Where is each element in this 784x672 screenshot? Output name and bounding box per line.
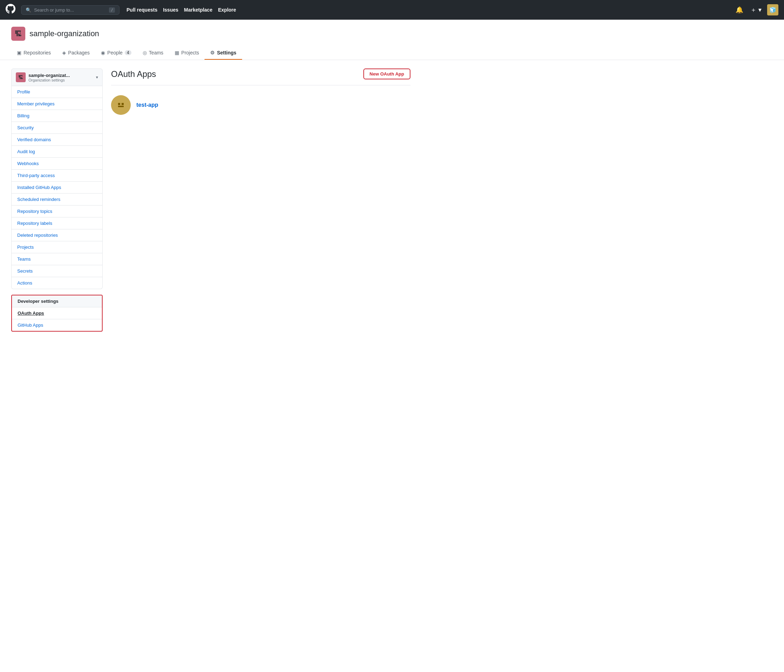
issues-link[interactable]: Issues <box>163 7 179 12</box>
tab-projects-label: Projects <box>181 50 199 56</box>
app-name-link[interactable]: test-app <box>136 102 158 108</box>
content-header: OAuth Apps New OAuth App <box>111 68 411 85</box>
org-name: sample-organization <box>30 29 99 38</box>
developer-settings-header: Developer settings <box>12 295 102 307</box>
sidebar-item-deleted-repositories[interactable]: Deleted repositories <box>12 230 102 241</box>
packages-icon: ◈ <box>62 50 66 56</box>
sidebar-item-third-party-access[interactable]: Third-party access <box>12 170 102 182</box>
sidebar-item-security[interactable]: Security <box>12 122 102 134</box>
developer-settings-section: Developer settings OAuth Apps GitHub App… <box>11 295 103 332</box>
main-layout: 🏗 sample-organizat... Organization setti… <box>0 60 422 340</box>
sidebar-nav: Profile Member privileges Billing Securi… <box>11 86 103 289</box>
app-icon <box>111 95 131 115</box>
tab-teams[interactable]: ◎ Teams <box>137 47 169 60</box>
tab-teams-label: Teams <box>149 50 163 56</box>
tab-repositories-label: Repositories <box>23 50 51 56</box>
marketplace-link[interactable]: Marketplace <box>184 7 213 12</box>
top-navigation: 🔍 Search or jump to... / Pull requests I… <box>0 0 784 20</box>
tab-people-label: People <box>107 50 123 56</box>
sidebar-org-name: sample-organizat... <box>28 73 93 78</box>
sidebar-item-actions[interactable]: Actions <box>12 277 102 289</box>
tab-projects[interactable]: ▦ Projects <box>169 47 205 60</box>
chevron-down-icon: ▾ <box>96 75 98 80</box>
search-input[interactable]: 🔍 Search or jump to... / <box>21 5 120 15</box>
sidebar-item-repository-labels[interactable]: Repository labels <box>12 217 102 230</box>
tab-packages[interactable]: ◈ Packages <box>57 47 95 60</box>
people-badge: 4 <box>125 50 131 55</box>
repositories-icon: ▣ <box>17 50 22 56</box>
sidebar-item-installed-github-apps[interactable]: Installed GitHub Apps <box>12 182 102 194</box>
sidebar-item-profile[interactable]: Profile <box>12 86 102 98</box>
settings-icon: ⚙ <box>210 50 215 56</box>
org-title-row: 🏗 sample-organization <box>11 27 773 41</box>
sidebar-org-sub: Organization settings <box>28 78 93 82</box>
topnav-links: Pull requests Issues Marketplace Explore <box>126 7 236 12</box>
people-icon: ◉ <box>101 50 105 56</box>
user-avatar[interactable]: 🧊 <box>767 4 778 16</box>
sidebar-item-scheduled-reminders[interactable]: Scheduled reminders <box>12 194 102 205</box>
github-logo-icon[interactable] <box>6 4 16 16</box>
main-content: OAuth Apps New OAuth App test-app <box>111 68 411 332</box>
org-avatar: 🏗 <box>11 27 25 41</box>
search-placeholder: Search or jump to... <box>34 8 74 12</box>
search-kbd: / <box>109 8 115 12</box>
sidebar-item-billing[interactable]: Billing <box>12 110 102 122</box>
search-icon: 🔍 <box>26 8 31 12</box>
sidebar-item-oauth-apps[interactable]: OAuth Apps <box>12 307 102 319</box>
teams-icon: ◎ <box>143 50 147 56</box>
app-list-item: test-app <box>111 91 411 119</box>
svg-rect-0 <box>118 103 120 105</box>
sidebar-item-repository-topics[interactable]: Repository topics <box>12 205 102 217</box>
svg-rect-1 <box>121 103 124 105</box>
tab-repositories[interactable]: ▣ Repositories <box>11 47 57 60</box>
org-tabs: ▣ Repositories ◈ Packages ◉ People 4 ◎ T… <box>11 47 773 60</box>
sidebar-item-verified-domains[interactable]: Verified domains <box>12 134 102 146</box>
projects-icon: ▦ <box>175 50 179 56</box>
sidebar-item-teams[interactable]: Teams <box>12 253 102 265</box>
page-title: OAuth Apps <box>111 69 156 79</box>
tab-settings[interactable]: ⚙ Settings <box>205 47 242 60</box>
tab-packages-label: Packages <box>68 50 90 56</box>
tab-settings-label: Settings <box>217 50 236 56</box>
sidebar-org-info: sample-organizat... Organization setting… <box>28 73 93 82</box>
sidebar: 🏗 sample-organizat... Organization setti… <box>11 68 103 332</box>
sidebar-item-github-apps[interactable]: GitHub Apps <box>12 319 102 331</box>
sidebar-item-member-privileges[interactable]: Member privileges <box>12 98 102 110</box>
new-oauth-app-button[interactable]: New OAuth App <box>363 68 411 79</box>
pullrequests-link[interactable]: Pull requests <box>126 7 157 12</box>
tab-people[interactable]: ◉ People 4 <box>95 47 137 60</box>
sidebar-item-projects[interactable]: Projects <box>12 241 102 253</box>
svg-rect-2 <box>118 106 124 107</box>
sidebar-org-avatar: 🏗 <box>16 72 26 82</box>
topnav-right: 🔔 ＋ ▾ 🧊 <box>734 4 778 16</box>
notifications-button[interactable]: 🔔 <box>734 5 745 15</box>
sidebar-item-secrets[interactable]: Secrets <box>12 265 102 277</box>
sidebar-item-webhooks[interactable]: Webhooks <box>12 158 102 170</box>
sidebar-item-audit-log[interactable]: Audit log <box>12 146 102 158</box>
create-button[interactable]: ＋ ▾ <box>749 4 763 16</box>
org-header: 🏗 sample-organization ▣ Repositories ◈ P… <box>0 20 784 60</box>
sidebar-org-header[interactable]: 🏗 sample-organizat... Organization setti… <box>11 68 103 86</box>
explore-link[interactable]: Explore <box>218 7 236 12</box>
